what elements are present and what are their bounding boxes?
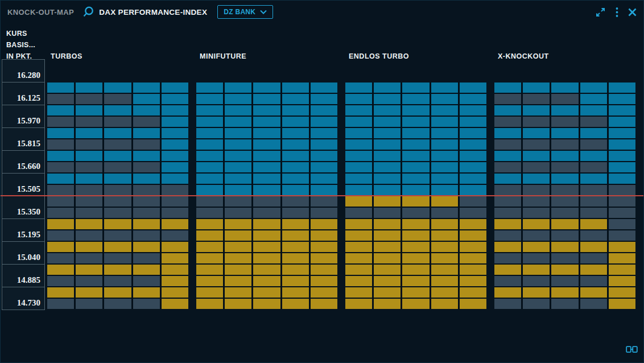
map-cell[interactable] xyxy=(580,151,607,161)
map-cell[interactable] xyxy=(282,265,309,275)
map-cell[interactable] xyxy=(551,253,578,263)
map-cell[interactable] xyxy=(76,230,102,241)
map-cell[interactable] xyxy=(523,242,550,252)
map-cell[interactable] xyxy=(282,105,309,116)
map-cell[interactable] xyxy=(196,162,223,172)
map-cell[interactable] xyxy=(523,117,550,127)
map-cell[interactable] xyxy=(609,162,635,172)
map-cell[interactable] xyxy=(402,219,429,229)
map-cell[interactable] xyxy=(47,208,74,218)
map-cell[interactable] xyxy=(494,139,521,150)
map-cell[interactable] xyxy=(580,105,607,116)
map-cell[interactable] xyxy=(196,117,223,127)
map-cell[interactable] xyxy=(494,242,521,252)
map-cell[interactable] xyxy=(523,94,550,104)
map-cell[interactable] xyxy=(162,162,188,172)
map-cell[interactable] xyxy=(253,253,280,263)
map-cell[interactable] xyxy=(47,174,74,184)
map-cell[interactable] xyxy=(162,208,188,218)
map-cell[interactable] xyxy=(47,287,74,298)
map-cell[interactable] xyxy=(47,162,74,172)
map-cell[interactable] xyxy=(402,105,429,116)
map-cell[interactable] xyxy=(580,276,607,286)
map-cell[interactable] xyxy=(460,276,486,286)
map-cell[interactable] xyxy=(47,185,74,195)
map-cell[interactable] xyxy=(580,128,607,138)
map-cell[interactable] xyxy=(580,185,607,195)
map-cell[interactable] xyxy=(374,139,401,150)
map-cell[interactable] xyxy=(76,299,102,309)
map-cell[interactable] xyxy=(523,299,550,309)
map-cell[interactable] xyxy=(133,185,160,195)
map-cell[interactable] xyxy=(282,230,309,241)
map-cell[interactable] xyxy=(253,82,280,93)
map-cell[interactable] xyxy=(345,242,372,252)
map-cell[interactable] xyxy=(523,82,550,93)
map-cell[interactable] xyxy=(282,299,309,309)
map-cell[interactable] xyxy=(494,82,521,93)
map-cell[interactable] xyxy=(282,139,309,150)
map-cell[interactable] xyxy=(460,94,486,104)
map-cell[interactable] xyxy=(523,128,550,138)
map-cell[interactable] xyxy=(196,287,223,298)
map-cell[interactable] xyxy=(133,139,160,150)
map-cell[interactable] xyxy=(133,208,160,218)
map-cell[interactable] xyxy=(494,299,521,309)
map-cell[interactable] xyxy=(196,208,223,218)
map-cell[interactable] xyxy=(196,253,223,263)
map-cell[interactable] xyxy=(196,105,223,116)
map-cell[interactable] xyxy=(345,151,372,161)
map-cell[interactable] xyxy=(196,265,223,275)
map-cell[interactable] xyxy=(104,299,131,309)
map-cell[interactable] xyxy=(253,287,280,298)
map-cell[interactable] xyxy=(580,174,607,184)
map-cell[interactable] xyxy=(345,162,372,172)
map-cell[interactable] xyxy=(460,265,486,275)
map-cell[interactable] xyxy=(431,185,458,195)
map-cell[interactable] xyxy=(431,139,458,150)
map-cell[interactable] xyxy=(551,105,578,116)
map-cell[interactable] xyxy=(282,242,309,252)
map-cell[interactable] xyxy=(282,82,309,93)
map-cell[interactable] xyxy=(76,162,102,172)
map-cell[interactable] xyxy=(609,219,635,229)
map-cell[interactable] xyxy=(374,128,401,138)
map-cell[interactable] xyxy=(104,265,131,275)
map-cell[interactable] xyxy=(494,105,521,116)
map-cell[interactable] xyxy=(282,162,309,172)
map-cell[interactable] xyxy=(374,82,401,93)
map-cell[interactable] xyxy=(196,299,223,309)
map-cell[interactable] xyxy=(311,82,337,93)
map-cell[interactable] xyxy=(225,151,251,161)
map-cell[interactable] xyxy=(225,276,251,286)
map-cell[interactable] xyxy=(523,265,550,275)
map-cell[interactable] xyxy=(162,94,188,104)
map-cell[interactable] xyxy=(282,128,309,138)
map-cell[interactable] xyxy=(133,128,160,138)
map-cell[interactable] xyxy=(162,276,188,286)
map-cell[interactable] xyxy=(523,276,550,286)
map-cell[interactable] xyxy=(196,94,223,104)
map-cell[interactable] xyxy=(253,185,280,195)
map-cell[interactable] xyxy=(431,242,458,252)
map-cell[interactable] xyxy=(311,208,337,218)
map-cell[interactable] xyxy=(133,162,160,172)
map-cell[interactable] xyxy=(133,265,160,275)
map-cell[interactable] xyxy=(47,276,74,286)
map-cell[interactable] xyxy=(580,117,607,127)
map-cell[interactable] xyxy=(609,82,635,93)
map-cell[interactable] xyxy=(162,196,188,207)
map-cell[interactable] xyxy=(580,82,607,93)
map-cell[interactable] xyxy=(551,219,578,229)
map-cell[interactable] xyxy=(609,151,635,161)
map-cell[interactable] xyxy=(494,230,521,241)
map-cell[interactable] xyxy=(460,299,486,309)
map-cell[interactable] xyxy=(162,185,188,195)
map-cell[interactable] xyxy=(431,82,458,93)
map-cell[interactable] xyxy=(609,128,635,138)
map-cell[interactable] xyxy=(282,208,309,218)
map-cell[interactable] xyxy=(133,253,160,263)
map-cell[interactable] xyxy=(311,139,337,150)
map-cell[interactable] xyxy=(76,253,102,263)
map-cell[interactable] xyxy=(431,105,458,116)
